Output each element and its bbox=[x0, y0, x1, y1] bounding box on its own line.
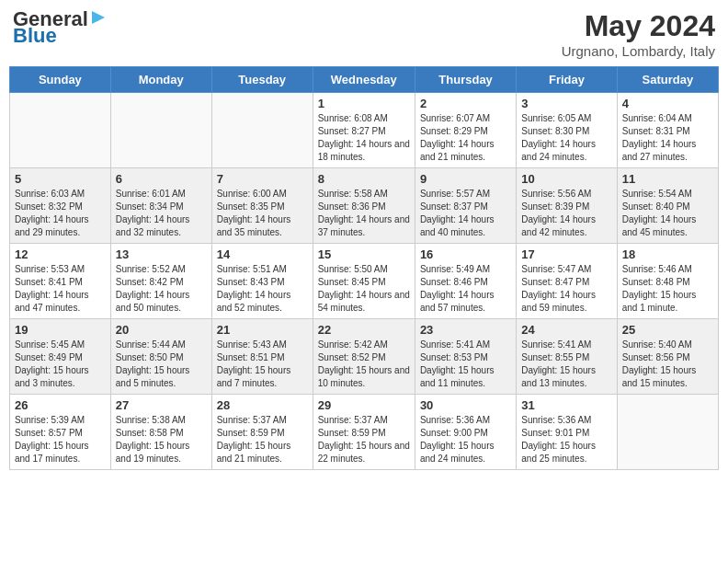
calendar-day-cell: 11Sunrise: 5:54 AMSunset: 8:40 PMDayligh… bbox=[617, 168, 718, 244]
day-info: Sunrise: 5:37 AMSunset: 8:59 PMDaylight:… bbox=[217, 414, 308, 465]
day-info: Sunrise: 5:41 AMSunset: 8:53 PMDaylight:… bbox=[420, 339, 511, 390]
calendar-day-cell: 27Sunrise: 5:38 AMSunset: 8:58 PMDayligh… bbox=[110, 395, 211, 470]
day-number: 11 bbox=[622, 172, 713, 186]
calendar-day-cell: 8Sunrise: 5:58 AMSunset: 8:36 PMDaylight… bbox=[313, 168, 415, 244]
day-info: Sunrise: 5:36 AMSunset: 9:00 PMDaylight:… bbox=[420, 414, 511, 465]
empty-cell bbox=[110, 93, 211, 168]
calendar-day-cell: 3Sunrise: 6:05 AMSunset: 8:30 PMDaylight… bbox=[517, 93, 617, 168]
page-header: General Blue May 2024 Urgnano, Lombardy,… bbox=[9, 9, 719, 59]
day-number: 17 bbox=[521, 247, 611, 261]
calendar-day-cell: 25Sunrise: 5:40 AMSunset: 8:56 PMDayligh… bbox=[617, 319, 718, 395]
day-number: 25 bbox=[622, 323, 713, 337]
month-year-title: May 2024 bbox=[562, 9, 715, 43]
calendar-day-cell: 6Sunrise: 6:01 AMSunset: 8:34 PMDaylight… bbox=[110, 168, 211, 244]
day-info: Sunrise: 5:39 AMSunset: 8:57 PMDaylight:… bbox=[15, 414, 106, 465]
calendar-week-row: 12Sunrise: 5:53 AMSunset: 8:41 PMDayligh… bbox=[10, 244, 719, 319]
calendar-table: SundayMondayTuesdayWednesdayThursdayFrid… bbox=[9, 66, 719, 470]
day-number: 31 bbox=[521, 398, 611, 412]
day-number: 10 bbox=[521, 172, 611, 186]
day-number: 2 bbox=[420, 97, 511, 110]
day-number: 28 bbox=[217, 398, 308, 412]
weekday-header-friday: Friday bbox=[517, 67, 617, 93]
day-info: Sunrise: 5:51 AMSunset: 8:43 PMDaylight:… bbox=[217, 263, 308, 315]
day-number: 29 bbox=[318, 398, 410, 412]
weekday-header-row: SundayMondayTuesdayWednesdayThursdayFrid… bbox=[10, 67, 719, 93]
day-number: 21 bbox=[217, 323, 308, 337]
weekday-header-tuesday: Tuesday bbox=[211, 67, 313, 93]
day-info: Sunrise: 5:54 AMSunset: 8:40 PMDaylight:… bbox=[622, 188, 713, 239]
day-number: 24 bbox=[521, 323, 611, 337]
logo-blue-text: Blue bbox=[13, 26, 57, 46]
day-number: 20 bbox=[116, 323, 207, 337]
weekday-header-saturday: Saturday bbox=[617, 67, 718, 93]
calendar-day-cell: 22Sunrise: 5:42 AMSunset: 8:52 PMDayligh… bbox=[313, 319, 415, 395]
calendar-day-cell: 21Sunrise: 5:43 AMSunset: 8:51 PMDayligh… bbox=[211, 319, 313, 395]
day-number: 12 bbox=[15, 247, 106, 261]
day-number: 7 bbox=[217, 172, 308, 186]
day-info: Sunrise: 6:05 AMSunset: 8:30 PMDaylight:… bbox=[521, 112, 611, 164]
day-info: Sunrise: 5:46 AMSunset: 8:48 PMDaylight:… bbox=[622, 263, 713, 315]
day-number: 22 bbox=[318, 323, 410, 337]
day-info: Sunrise: 5:38 AMSunset: 8:58 PMDaylight:… bbox=[116, 414, 207, 465]
calendar-day-cell: 15Sunrise: 5:50 AMSunset: 8:45 PMDayligh… bbox=[313, 244, 415, 319]
empty-cell bbox=[617, 395, 718, 470]
day-info: Sunrise: 5:40 AMSunset: 8:56 PMDaylight:… bbox=[622, 339, 713, 390]
day-number: 26 bbox=[15, 398, 106, 412]
calendar-day-cell: 14Sunrise: 5:51 AMSunset: 8:43 PMDayligh… bbox=[211, 244, 313, 319]
calendar-day-cell: 29Sunrise: 5:37 AMSunset: 8:59 PMDayligh… bbox=[313, 395, 415, 470]
calendar-week-row: 19Sunrise: 5:45 AMSunset: 8:49 PMDayligh… bbox=[10, 319, 719, 395]
day-info: Sunrise: 6:03 AMSunset: 8:32 PMDaylight:… bbox=[15, 188, 106, 239]
calendar-day-cell: 30Sunrise: 5:36 AMSunset: 9:00 PMDayligh… bbox=[415, 395, 516, 470]
day-info: Sunrise: 5:52 AMSunset: 8:42 PMDaylight:… bbox=[116, 263, 207, 315]
day-info: Sunrise: 6:04 AMSunset: 8:31 PMDaylight:… bbox=[622, 112, 713, 164]
weekday-header-thursday: Thursday bbox=[415, 67, 516, 93]
day-info: Sunrise: 5:42 AMSunset: 8:52 PMDaylight:… bbox=[318, 339, 410, 390]
calendar-day-cell: 23Sunrise: 5:41 AMSunset: 8:53 PMDayligh… bbox=[415, 319, 516, 395]
logo: General Blue bbox=[13, 9, 107, 46]
calendar-day-cell: 16Sunrise: 5:49 AMSunset: 8:46 PMDayligh… bbox=[415, 244, 516, 319]
calendar-day-cell: 10Sunrise: 5:56 AMSunset: 8:39 PMDayligh… bbox=[517, 168, 617, 244]
day-info: Sunrise: 5:37 AMSunset: 8:59 PMDaylight:… bbox=[318, 414, 410, 465]
location-subtitle: Urgnano, Lombardy, Italy bbox=[562, 43, 715, 59]
calendar-week-row: 5Sunrise: 6:03 AMSunset: 8:32 PMDaylight… bbox=[10, 168, 719, 244]
day-number: 18 bbox=[622, 247, 713, 261]
calendar-day-cell: 4Sunrise: 6:04 AMSunset: 8:31 PMDaylight… bbox=[617, 93, 718, 168]
day-info: Sunrise: 5:44 AMSunset: 8:50 PMDaylight:… bbox=[116, 339, 207, 390]
logo-arrow-icon bbox=[90, 9, 107, 26]
day-number: 15 bbox=[318, 247, 410, 261]
calendar-day-cell: 17Sunrise: 5:47 AMSunset: 8:47 PMDayligh… bbox=[517, 244, 617, 319]
day-number: 8 bbox=[318, 172, 410, 186]
day-info: Sunrise: 5:58 AMSunset: 8:36 PMDaylight:… bbox=[318, 188, 410, 239]
day-info: Sunrise: 5:49 AMSunset: 8:46 PMDaylight:… bbox=[420, 263, 511, 315]
calendar-day-cell: 9Sunrise: 5:57 AMSunset: 8:37 PMDaylight… bbox=[415, 168, 516, 244]
day-number: 3 bbox=[521, 97, 611, 110]
day-info: Sunrise: 5:45 AMSunset: 8:49 PMDaylight:… bbox=[15, 339, 106, 390]
day-info: Sunrise: 6:01 AMSunset: 8:34 PMDaylight:… bbox=[116, 188, 207, 239]
calendar-day-cell: 19Sunrise: 5:45 AMSunset: 8:49 PMDayligh… bbox=[10, 319, 111, 395]
day-number: 4 bbox=[622, 97, 713, 110]
calendar-week-row: 26Sunrise: 5:39 AMSunset: 8:57 PMDayligh… bbox=[10, 395, 719, 470]
calendar-day-cell: 5Sunrise: 6:03 AMSunset: 8:32 PMDaylight… bbox=[10, 168, 111, 244]
title-block: May 2024 Urgnano, Lombardy, Italy bbox=[562, 9, 715, 59]
calendar-day-cell: 18Sunrise: 5:46 AMSunset: 8:48 PMDayligh… bbox=[617, 244, 718, 319]
calendar-day-cell: 20Sunrise: 5:44 AMSunset: 8:50 PMDayligh… bbox=[110, 319, 211, 395]
calendar-day-cell: 7Sunrise: 6:00 AMSunset: 8:35 PMDaylight… bbox=[211, 168, 313, 244]
weekday-header-wednesday: Wednesday bbox=[313, 67, 415, 93]
day-number: 6 bbox=[116, 172, 207, 186]
empty-cell bbox=[10, 93, 111, 168]
day-info: Sunrise: 5:43 AMSunset: 8:51 PMDaylight:… bbox=[217, 339, 308, 390]
calendar-day-cell: 2Sunrise: 6:07 AMSunset: 8:29 PMDaylight… bbox=[415, 93, 516, 168]
day-info: Sunrise: 5:56 AMSunset: 8:39 PMDaylight:… bbox=[521, 188, 611, 239]
day-info: Sunrise: 5:36 AMSunset: 9:01 PMDaylight:… bbox=[521, 414, 611, 465]
calendar-day-cell: 24Sunrise: 5:41 AMSunset: 8:55 PMDayligh… bbox=[517, 319, 617, 395]
day-number: 5 bbox=[15, 172, 106, 186]
day-info: Sunrise: 5:57 AMSunset: 8:37 PMDaylight:… bbox=[420, 188, 511, 239]
day-number: 13 bbox=[116, 247, 207, 261]
day-number: 9 bbox=[420, 172, 511, 186]
day-info: Sunrise: 6:00 AMSunset: 8:35 PMDaylight:… bbox=[217, 188, 308, 239]
day-info: Sunrise: 5:41 AMSunset: 8:55 PMDaylight:… bbox=[521, 339, 611, 390]
calendar-day-cell: 26Sunrise: 5:39 AMSunset: 8:57 PMDayligh… bbox=[10, 395, 111, 470]
calendar-day-cell: 28Sunrise: 5:37 AMSunset: 8:59 PMDayligh… bbox=[211, 395, 313, 470]
day-number: 19 bbox=[15, 323, 106, 337]
day-number: 16 bbox=[420, 247, 511, 261]
